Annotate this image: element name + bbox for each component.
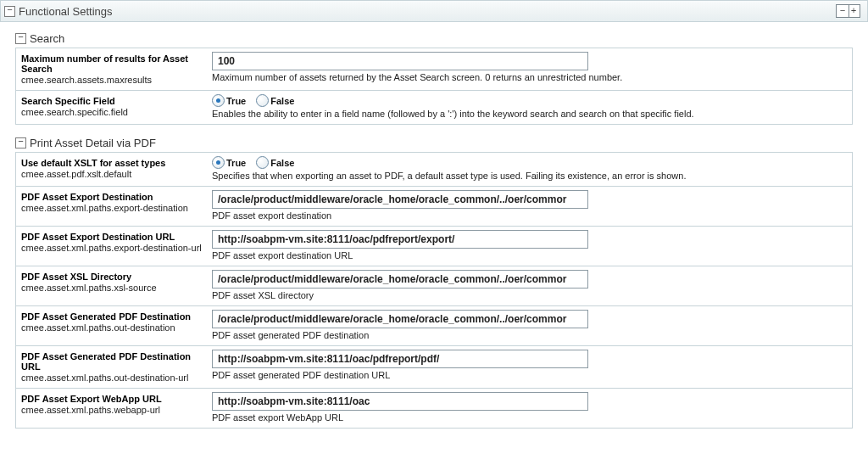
setting-label: Search Specific Field: [21, 96, 212, 106]
setting-key: cmee.asset.xml.paths.out-destination-url: [21, 373, 212, 383]
setting-key: cmee.asset.xml.paths.webapp-url: [21, 405, 212, 415]
section-title: Search: [30, 32, 64, 45]
setting-help: PDF asset XSL directory: [212, 290, 847, 300]
collapse-icon[interactable]: [4, 6, 15, 17]
radio-true-icon[interactable]: [212, 156, 225, 169]
setting-row-gen-dest-url: PDF Asset Generated PDF Destination URL …: [16, 346, 852, 389]
setting-help: PDF asset export destination URL: [212, 250, 847, 261]
setting-key: cmee.asset.pdf.xslt.default: [21, 169, 212, 179]
pdf-settings: Use default XSLT for asset types cmee.as…: [15, 153, 853, 429]
setting-key: cmee.asset.xml.paths.export-destination-…: [21, 243, 212, 253]
setting-row-xsl-dir: PDF Asset XSL Directory cmee.asset.xml.p…: [16, 266, 852, 306]
gen-dest-url-input[interactable]: [212, 350, 588, 368]
export-dest-input[interactable]: [212, 190, 588, 209]
setting-label: PDF Asset XSL Directory: [21, 272, 212, 282]
setting-row-maxresults: Maximum number of results for Asset Sear…: [16, 48, 852, 91]
pdf-section-header: Print Asset Detail via PDF: [15, 135, 853, 153]
setting-row-export-dest-url: PDF Asset Export Destination URL cmee.as…: [16, 227, 852, 266]
setting-key: cmee.search.assets.maxresults: [21, 75, 212, 85]
search-section-header: Search: [15, 31, 853, 48]
setting-label: PDF Asset Generated PDF Destination: [21, 311, 212, 322]
radio-false-label: False: [270, 96, 294, 106]
setting-help: Enables the ability to enter in a field …: [212, 109, 847, 119]
setting-row-export-dest: PDF Asset Export Destination cmee.asset.…: [16, 187, 852, 227]
gen-dest-input[interactable]: [212, 310, 588, 328]
setting-row-xslt: Use default XSLT for asset types cmee.as…: [16, 153, 852, 187]
setting-help: PDF asset export WebApp URL: [212, 412, 847, 423]
setting-help: PDF asset export destination: [212, 210, 847, 221]
radio-false-icon[interactable]: [256, 94, 269, 107]
setting-help: PDF asset generated PDF destination URL: [212, 370, 847, 380]
radio-false-label: False: [270, 158, 294, 168]
functional-settings-header: Functional Settings − +: [0, 0, 868, 22]
setting-row-webapp-url: PDF Asset Export WebApp URL cmee.asset.x…: [16, 389, 852, 428]
radio-true-label: True: [226, 158, 246, 168]
setting-help: Specifies that when exporting an asset t…: [212, 171, 847, 181]
panel-title: Functional Settings: [19, 5, 113, 18]
setting-key: cmee.asset.xml.paths.export-destination: [21, 203, 212, 213]
setting-label: PDF Asset Export Destination: [21, 192, 212, 202]
search-settings: Maximum number of results for Asset Sear…: [15, 48, 853, 125]
panel-controls: − +: [836, 4, 860, 18]
setting-row-specific-field: Search Specific Field cmee.search.specif…: [16, 91, 852, 124]
setting-row-gen-dest: PDF Asset Generated PDF Destination cmee…: [16, 306, 852, 346]
radio-false-icon[interactable]: [256, 156, 269, 169]
setting-key: cmee.search.specific.field: [21, 107, 212, 117]
collapse-icon[interactable]: [15, 137, 26, 148]
collapse-all-icon[interactable]: −: [836, 4, 849, 18]
setting-label: Use default XSLT for asset types: [21, 158, 212, 168]
radio-true-label: True: [226, 96, 246, 106]
setting-label: PDF Asset Export Destination URL: [21, 232, 212, 242]
radio-true-icon[interactable]: [212, 94, 225, 107]
xsl-dir-input[interactable]: [212, 270, 588, 289]
setting-help: PDF asset generated PDF destination: [212, 330, 847, 340]
setting-help: Maximum number of assets returned by the…: [212, 72, 847, 82]
collapse-icon[interactable]: [15, 33, 26, 44]
setting-label: PDF Asset Export WebApp URL: [21, 394, 212, 404]
setting-label: Maximum number of results for Asset Sear…: [21, 53, 212, 74]
webapp-url-input[interactable]: [212, 392, 588, 411]
export-dest-url-input[interactable]: [212, 230, 588, 249]
maxresults-input[interactable]: [212, 52, 588, 70]
section-title: Print Asset Detail via PDF: [30, 137, 156, 149]
setting-key: cmee.asset.xml.paths.out-destination: [21, 322, 212, 333]
setting-key: cmee.asset.xml.paths.xsl-source: [21, 283, 212, 293]
setting-label: PDF Asset Generated PDF Destination URL: [21, 351, 212, 372]
